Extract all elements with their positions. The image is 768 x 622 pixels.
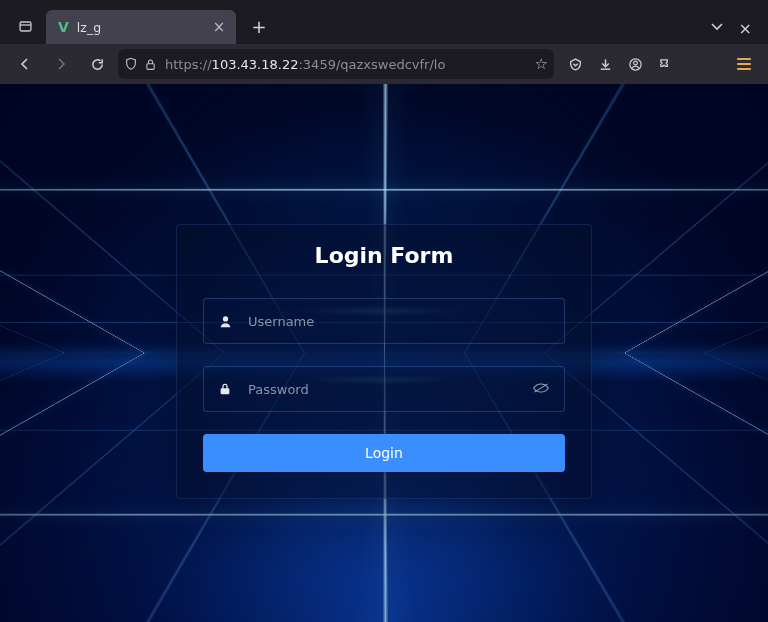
downloads-icon[interactable] <box>590 49 620 79</box>
lock-icon <box>218 382 234 396</box>
tabs-dropdown-icon[interactable] <box>709 18 725 38</box>
password-field[interactable]: Password <box>203 366 565 412</box>
window-titlebar <box>0 0 768 8</box>
password-placeholder: Password <box>248 382 309 397</box>
login-card: Login Form Username Password Login <box>176 224 592 499</box>
tab-title: lz_g <box>77 20 202 35</box>
back-button[interactable] <box>10 49 40 79</box>
username-placeholder: Username <box>248 314 314 329</box>
new-tab-button[interactable]: + <box>244 11 274 41</box>
svg-point-4 <box>223 316 228 321</box>
app-menu-button[interactable] <box>730 50 758 78</box>
username-field[interactable]: Username <box>203 298 565 344</box>
toggle-password-visibility-icon[interactable] <box>532 382 550 397</box>
tab-close-icon[interactable]: × <box>210 18 228 36</box>
login-title: Login Form <box>203 243 565 268</box>
svg-point-3 <box>633 61 637 65</box>
lock-icon <box>144 58 157 71</box>
reader-pocket-icon[interactable] <box>560 49 590 79</box>
account-icon[interactable] <box>620 49 650 79</box>
login-button-label: Login <box>365 445 403 461</box>
site-security-group[interactable] <box>124 57 157 71</box>
recent-tabs-button[interactable] <box>8 12 42 40</box>
window-close-icon[interactable]: × <box>739 19 752 38</box>
tabstrip-window-controls: × <box>709 18 768 38</box>
page-viewport: Login Form Username Password Login <box>0 84 768 622</box>
extensions-icon[interactable] <box>650 49 680 79</box>
url-text: https://103.43.18.22:3459/qazxswedcvfr/l… <box>165 57 527 72</box>
address-bar[interactable]: https://103.43.18.22:3459/qazxswedcvfr/l… <box>118 49 554 79</box>
forward-button[interactable] <box>46 49 76 79</box>
login-button[interactable]: Login <box>203 434 565 472</box>
tab-favicon-icon: V <box>58 20 69 34</box>
svg-rect-1 <box>147 63 154 69</box>
user-icon <box>218 314 234 329</box>
nav-toolbar: https://103.43.18.22:3459/qazxswedcvfr/l… <box>0 44 768 84</box>
tab-strip: V lz_g × + × <box>0 8 768 44</box>
svg-rect-0 <box>20 22 31 31</box>
browser-chrome: V lz_g × + × https://103.43.1 <box>0 0 768 84</box>
shield-icon <box>124 57 138 71</box>
browser-tab[interactable]: V lz_g × <box>46 10 236 44</box>
reload-button[interactable] <box>82 49 112 79</box>
bookmark-star-icon[interactable]: ☆ <box>535 55 548 73</box>
